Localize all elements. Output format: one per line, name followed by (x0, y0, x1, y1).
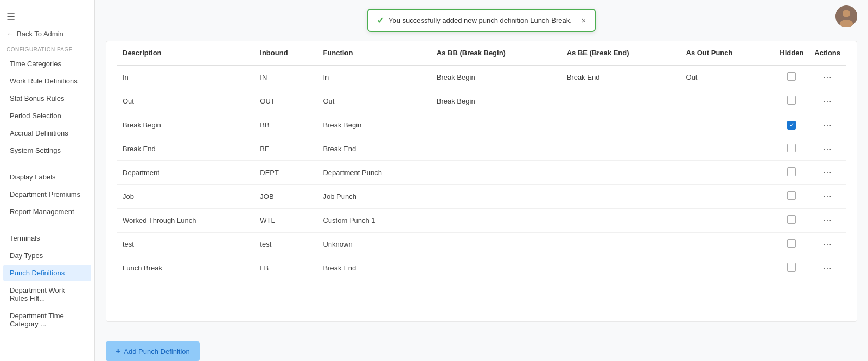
actions-menu-button[interactable]: ⋯ (820, 190, 835, 203)
table-row: Break EndBEBreak End⋯ (117, 137, 846, 161)
cell-description: Department (117, 161, 254, 185)
user-avatar[interactable] (835, 5, 857, 27)
actions-menu-button[interactable]: ⋯ (820, 119, 835, 131)
col-header-actions: Actions (809, 41, 846, 65)
table-row: Break BeginBBBreak Begin✓⋯ (117, 113, 846, 137)
col-header-as-be--break-end-: As BE (Break End) (561, 41, 681, 65)
sidebar-item-time-categories[interactable]: Time Categories (3, 55, 91, 72)
sidebar-header: ☰ (0, 5, 94, 26)
cell-actions: ⋯ (809, 137, 846, 161)
notification-message: You successfully added new punch definit… (388, 16, 572, 24)
sidebar-item-period-selection[interactable]: Period Selection (3, 107, 91, 124)
col-header-function: Function (317, 41, 431, 65)
cell-hidden (774, 256, 809, 280)
cell-actions: ⋯ (809, 256, 846, 280)
cell-description: Break End (117, 137, 254, 161)
cell-actions: ⋯ (809, 233, 846, 256)
plus-icon: + (116, 346, 120, 356)
cell-as-bb (431, 233, 561, 256)
actions-menu-button[interactable]: ⋯ (820, 262, 835, 274)
cell-as-out (681, 113, 775, 137)
sidebar-item-system-settings[interactable]: System Settings (3, 142, 91, 159)
back-to-admin-link[interactable]: ← Back To Admin (0, 26, 94, 41)
sidebar-item-stat-bonus-rules[interactable]: Stat Bonus Rules (3, 90, 91, 107)
sidebar-item-day-types[interactable]: Day Types (3, 247, 91, 264)
table-row: OutOUTOutBreak Begin⋯ (117, 89, 846, 113)
sidebar-item-punch-definitions[interactable]: Punch Definitions (3, 265, 91, 281)
cell-function: In (317, 65, 431, 89)
config-page-label: CONFIGURATION PAGE (0, 41, 94, 55)
cell-hidden (774, 161, 809, 185)
table-container: DescriptionInboundFunctionAs BB (Break B… (106, 41, 857, 322)
cell-description: In (117, 65, 254, 89)
main-content: ✔ You successfully added new punch defin… (95, 0, 868, 361)
actions-menu-button[interactable]: ⋯ (820, 95, 835, 107)
hidden-checkbox[interactable] (787, 263, 796, 272)
cell-as-out (681, 209, 775, 233)
cell-hidden (774, 137, 809, 161)
cell-hidden (774, 209, 809, 233)
sidebar-item-work-rule-definitions[interactable]: Work Rule Definitions (3, 73, 91, 89)
sidebar-item-accrual-definitions[interactable]: Accrual Definitions (3, 125, 91, 141)
sidebar-item-display-labels[interactable]: Display Labels (3, 169, 91, 185)
cell-as-out (681, 185, 775, 209)
cell-hidden (774, 65, 809, 89)
hidden-checkbox[interactable] (787, 144, 796, 152)
actions-menu-button[interactable]: ⋯ (820, 214, 835, 227)
hamburger-icon[interactable]: ☰ (7, 11, 15, 23)
cell-function: Break End (317, 256, 431, 280)
sidebar-item-report-management[interactable]: Report Management (3, 203, 91, 220)
cell-inbound: OUT (254, 89, 317, 113)
hidden-checkbox[interactable] (787, 215, 796, 224)
table-header: DescriptionInboundFunctionAs BB (Break B… (117, 41, 846, 65)
cell-description: Worked Through Lunch (117, 209, 254, 233)
table-row: JobJOBJob Punch⋯ (117, 185, 846, 209)
actions-menu-button[interactable]: ⋯ (820, 143, 835, 155)
punch-definitions-table: DescriptionInboundFunctionAs BB (Break B… (117, 41, 846, 280)
check-icon: ✔ (377, 15, 384, 25)
cell-inbound: LB (254, 256, 317, 280)
cell-description: Out (117, 89, 254, 113)
sidebar-group-1: Time CategoriesWork Rule DefinitionsStat… (0, 55, 94, 159)
cell-function: Custom Punch 1 (317, 209, 431, 233)
cell-actions: ⋯ (809, 209, 846, 233)
cell-as-bb (431, 137, 561, 161)
col-header-hidden: Hidden (774, 41, 809, 65)
add-button-label: Add Punch Definition (124, 347, 189, 356)
cell-inbound: JOB (254, 185, 317, 209)
col-header-as-bb--break-begin-: As BB (Break Begin) (431, 41, 561, 65)
add-punch-definition-button[interactable]: + Add Punch Definition (106, 341, 200, 361)
sidebar-item-terminals[interactable]: Terminals (3, 230, 91, 247)
cell-as-be (561, 256, 681, 280)
cell-function: Break Begin (317, 113, 431, 137)
cell-description: Break Begin (117, 113, 254, 137)
cell-actions: ⋯ (809, 89, 846, 113)
cell-as-bb (431, 209, 561, 233)
cell-inbound: DEPT (254, 161, 317, 185)
hidden-checkbox[interactable]: ✓ (787, 121, 796, 130)
cell-as-be (561, 137, 681, 161)
cell-function: Out (317, 89, 431, 113)
cell-as-out (681, 161, 775, 185)
cell-as-out (681, 89, 775, 113)
hidden-checkbox[interactable] (787, 72, 796, 81)
col-header-inbound: Inbound (254, 41, 317, 65)
sidebar-item-department-premiums[interactable]: Department Premiums (3, 186, 91, 203)
hidden-checkbox[interactable] (787, 96, 796, 105)
hidden-checkbox[interactable] (787, 239, 796, 248)
col-header-description: Description (117, 41, 254, 65)
hidden-checkbox[interactable] (787, 191, 796, 200)
success-notification: ✔ You successfully added new punch defin… (367, 9, 596, 32)
table-row: Worked Through LunchWTLCustom Punch 1⋯ (117, 209, 846, 233)
cell-as-bb (431, 113, 561, 137)
actions-menu-button[interactable]: ⋯ (820, 238, 835, 250)
hidden-checkbox[interactable] (787, 167, 796, 176)
actions-menu-button[interactable]: ⋯ (820, 71, 835, 83)
svg-point-1 (843, 10, 850, 17)
notification-close-button[interactable]: × (576, 16, 586, 25)
actions-menu-button[interactable]: ⋯ (820, 166, 835, 179)
cell-function: Break End (317, 137, 431, 161)
cell-actions: ⋯ (809, 65, 846, 89)
sidebar-item-dept-work-rules[interactable]: Department Work Rules Filt... (3, 282, 91, 307)
sidebar-item-dept-time-category[interactable]: Department Time Category ... (3, 307, 91, 332)
